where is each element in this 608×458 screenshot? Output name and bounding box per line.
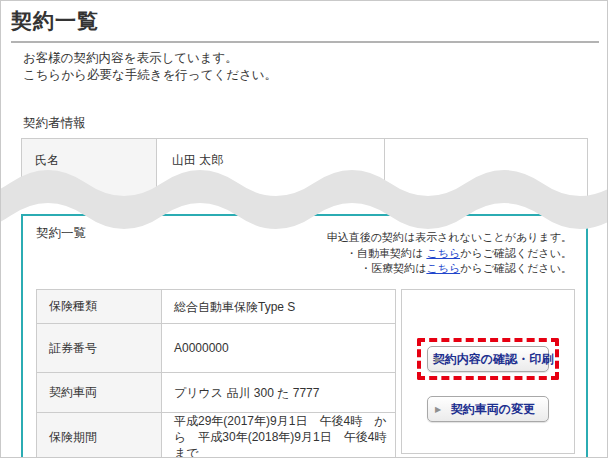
play-icon: ▶ bbox=[435, 405, 441, 414]
contract-notice: 申込直後の契約は表示されないことがあります。 ・自動車契約は こちらからご確認く… bbox=[327, 230, 572, 277]
contract-vehicle-value: プリウス 品川 300 た 7777 bbox=[162, 373, 395, 412]
change-vehicle-label: 契約車両の変更 bbox=[451, 401, 535, 418]
notice-line3-suffix: からご確認ください。 bbox=[460, 262, 572, 274]
insurance-period-value: 平成29年(2017年)9月1日 午後4時 から 平成30年(2018年)9月1… bbox=[162, 413, 395, 458]
insurance-period-label: 保険期間 bbox=[37, 413, 162, 458]
play-icon: ▶ bbox=[435, 355, 441, 364]
contract-vehicle-label: 契約車両 bbox=[37, 373, 162, 412]
contract-actions-cell: ▶ 契約内容の確認・印刷 ▶ 契約車両の変更 bbox=[401, 289, 575, 454]
policy-number-value: A0000000 bbox=[162, 324, 395, 372]
policy-number-label: 証券番号 bbox=[37, 324, 162, 372]
auto-contract-link[interactable]: こちら bbox=[426, 247, 460, 259]
notice-line2-text: ・自動車契約は bbox=[346, 247, 426, 259]
table-row: 保険種類 総合自動車保険Type S bbox=[37, 290, 395, 324]
contract-list-page: 契約一覧 お客様の契約内容を表示しています。 こちらから必要な手続きを行ってくだ… bbox=[0, 0, 608, 458]
confirm-print-label: 契約内容の確認・印刷 bbox=[433, 351, 553, 368]
notice-line3-text: ・医療契約は bbox=[360, 262, 426, 274]
contractor-table: 氏名 山田 太郎 bbox=[21, 138, 588, 198]
confirm-print-highlight: ▶ 契約内容の確認・印刷 bbox=[417, 338, 559, 380]
insurance-type-value: 総合自動車保険Type S bbox=[162, 290, 395, 323]
medical-contract-link[interactable]: こちら bbox=[426, 262, 460, 274]
contract-table: 保険種類 総合自動車保険Type S 証券番号 A0000000 契約車両 プリ… bbox=[36, 289, 396, 458]
intro-line1: お客様の契約内容を表示しています。 bbox=[23, 50, 277, 67]
confirm-print-button[interactable]: ▶ 契約内容の確認・印刷 bbox=[427, 346, 549, 372]
notice-line3: ・医療契約はこちらからご確認ください。 bbox=[327, 261, 572, 277]
change-vehicle-button[interactable]: ▶ 契約車両の変更 bbox=[427, 396, 549, 422]
insurance-type-label: 保険種類 bbox=[37, 290, 162, 323]
notice-line2: ・自動車契約は こちらからご確認ください。 bbox=[327, 246, 572, 262]
table-row: 契約車両 プリウス 品川 300 た 7777 bbox=[37, 373, 395, 413]
contractor-table-empty-cell bbox=[385, 139, 587, 198]
table-row: 証券番号 A0000000 bbox=[37, 324, 395, 373]
page-title: 契約一覧 bbox=[11, 7, 599, 43]
intro-line2: こちらから必要な手続きを行ってください。 bbox=[23, 67, 277, 84]
contract-list-heading: 契約一覧 bbox=[36, 225, 86, 242]
intro-text: お客様の契約内容を表示しています。 こちらから必要な手続きを行ってください。 bbox=[23, 50, 277, 84]
notice-line1: 申込直後の契約は表示されないことがあります。 bbox=[327, 230, 572, 246]
contractor-name-value: 山田 太郎 bbox=[157, 139, 385, 198]
notice-line2-suffix: からご確認ください。 bbox=[460, 247, 572, 259]
contractor-info-heading: 契約者情報 bbox=[23, 115, 86, 132]
table-row: 保険期間 平成29年(2017年)9月1日 午後4時 から 平成30年(2018… bbox=[37, 413, 395, 458]
contractor-name-label: 氏名 bbox=[22, 139, 157, 198]
